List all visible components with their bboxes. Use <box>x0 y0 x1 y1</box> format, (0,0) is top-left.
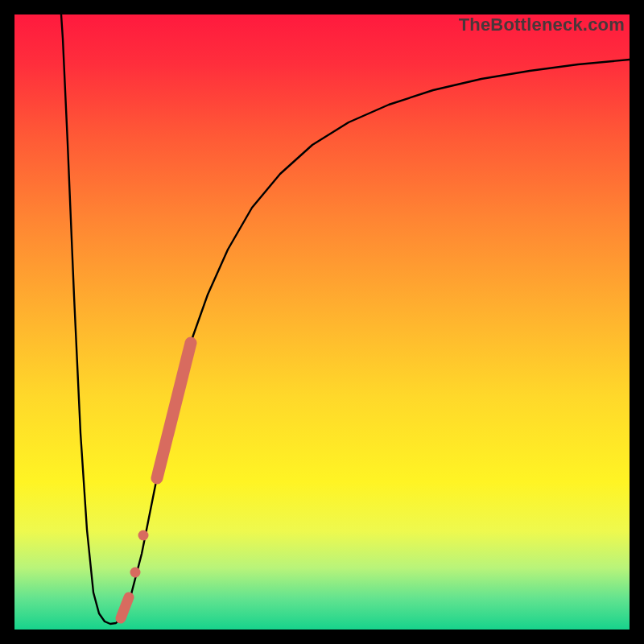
plot-area: TheBottleneck.com <box>14 14 630 630</box>
curve-svg <box>14 14 630 630</box>
cluster-thin-lower <box>121 597 129 618</box>
dot-mid-2 <box>130 568 141 578</box>
cluster-thick-upper <box>157 343 191 478</box>
marker-group <box>121 343 191 618</box>
chart-frame: TheBottleneck.com <box>0 0 644 644</box>
dot-mid-1 <box>138 530 149 541</box>
